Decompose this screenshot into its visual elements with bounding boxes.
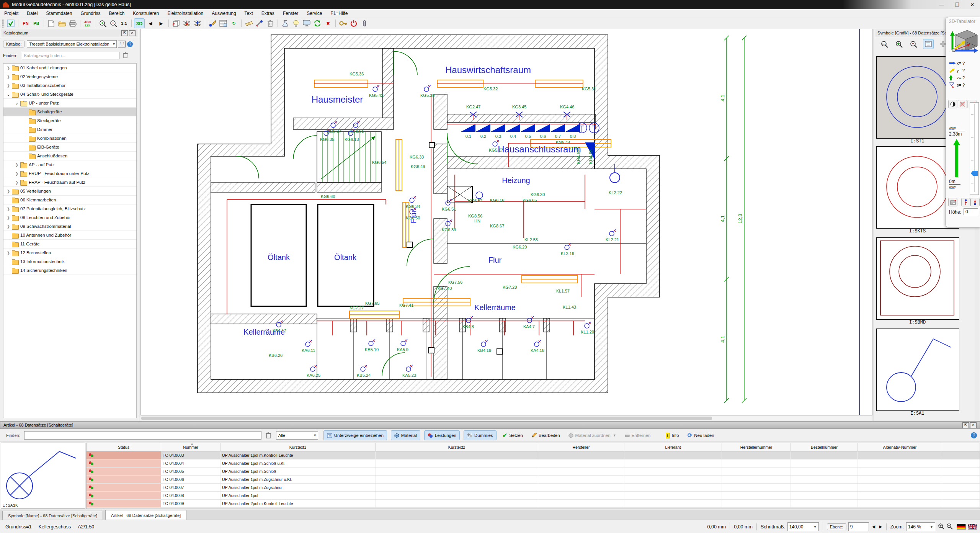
tree-item-02-verlegesysteme[interactable]: ❯02 Verlegesysteme [3,72,136,81]
articles-search-input[interactable] [24,431,261,440]
delete-icon[interactable] [265,19,275,28]
menu-item-grundriss[interactable]: Grundriss [76,11,105,16]
layer-insert-blue-icon[interactable] [193,19,203,28]
expand-icon[interactable]: ❯ [6,75,11,79]
unterzweige-toggle[interactable]: Unterzweige einbeziehen [323,430,387,440]
zoom-select[interactable]: 146 %▼ [906,522,935,531]
tree-item-dimmer[interactable]: Dimmer [3,125,136,134]
collapse-icon[interactable]: ⌄ [6,92,11,96]
tree-item-schaltgeräte[interactable]: Schaltgeräte [3,108,136,116]
print-icon[interactable] [68,19,78,28]
expand-icon[interactable]: ❯ [6,224,11,229]
clip-icon[interactable] [359,19,369,28]
ebene-button[interactable]: Ebene: [827,523,846,530]
entfernen-button[interactable]: Entfernen [622,431,653,440]
setzen-button[interactable]: ✔ Setzen [500,431,525,440]
symbol-item-i-sa1[interactable] [876,329,959,411]
hoehe-input[interactable]: 0 [964,208,978,215]
project-browse-icon[interactable]: PB [31,19,41,28]
doc-tab-artikel[interactable]: Artikel - 68 Datensätze [Schaltgeräte] [105,510,186,520]
reload-icon[interactable]: ↻ [229,19,239,28]
bearbeiten-button[interactable]: Bearbeiten [529,431,562,440]
expand-icon[interactable]: ❯ [6,207,11,211]
column-header-bestellnummer[interactable]: Bestellnummer [791,443,858,451]
column-header-lieferant[interactable]: Lieferant [624,443,722,451]
menu-item-auswertung[interactable]: Auswertung [207,11,240,16]
project-new-icon[interactable]: PN [21,19,31,28]
language-english-flag[interactable] [968,524,977,530]
help-icon[interactable]: ? [971,432,977,438]
back-icon[interactable]: ◀ [145,19,155,28]
zoom-out-icon[interactable] [946,523,953,531]
tree-item-07-potentialausgleich-blitzschutz[interactable]: ❯07 Potentialausgleich, Blitzschutz [3,204,136,213]
beaker-icon[interactable] [280,19,290,28]
maximize-button[interactable]: ❐ [949,2,965,8]
tree-item-05-verteilungen[interactable]: ❯05 Verteilungen [3,187,136,196]
close-panel-icon[interactable]: ✕ [129,30,136,36]
leistungen-toggle[interactable]: Leistungen [424,430,460,440]
text-numbers-icon[interactable]: ABC123 [83,19,93,28]
tree-item-09-schwachstrommaterial[interactable]: ❯09 Schwachstrommaterial [3,222,136,231]
column-header-herstellernummer[interactable]: Herstellernummer [722,443,791,451]
table-row[interactable]: TC-04.0008UP Ausschalter 1pol [87,492,980,500]
menu-item-datei[interactable]: Datei [23,11,42,16]
expand-icon[interactable]: ❯ [14,180,20,185]
menu-item-elektroinstallation[interactable]: Elektroinstallation [163,11,207,16]
confirm-icon[interactable] [6,19,16,28]
neu-laden-button[interactable]: ⟳ Neu laden [685,431,717,440]
slider-handle[interactable] [971,171,978,176]
hide-sphere-button[interactable] [958,100,967,108]
menu-item-extras[interactable]: Extras [257,11,279,16]
drawing-canvas[interactable]: HauswirtschaftsraumHausmeisterHausanschl… [140,29,872,415]
info-button[interactable]: i Info [663,431,681,440]
open-file-icon[interactable] [57,19,67,28]
sync-icon[interactable] [312,19,322,28]
bulb-icon[interactable] [291,19,301,28]
tree-item-08-leuchten-und-zubehör[interactable]: ❯08 Leuchten und Zubehör [3,213,136,222]
doc-tab-symbole[interactable]: Symbole [Name] - 68 Datensätze [Schaltge… [2,511,103,520]
new-file-icon[interactable] [46,19,56,28]
table-row[interactable]: TC-04.0007UP Ausschalter 1pol m.Zugschnu… [87,484,980,492]
zoom-in-icon[interactable] [98,19,108,28]
expand-icon[interactable]: ❯ [6,189,11,193]
expand-icon[interactable]: ❯ [6,66,11,70]
ebene-prev-button[interactable]: ◀ [872,524,875,529]
zoom-out-icon[interactable] [908,39,918,49]
close-panel-icon[interactable]: ✕ [970,422,977,428]
expand-icon[interactable]: ❯ [6,251,11,255]
zoom-in-icon[interactable] [894,39,904,49]
expand-icon[interactable]: ❯ [6,216,11,220]
tree-item-steckgeräte[interactable]: Steckgeräte [3,116,136,125]
clear-filter-icon[interactable] [265,432,271,439]
expand-icon[interactable]: ❯ [14,172,20,176]
menu-item-f1-hilfe[interactable]: F1=Hilfe [326,11,352,16]
expand-icon[interactable]: ❯ [6,83,11,88]
tree-item-01-kabel-und-leitungen[interactable]: ❯01 Kabel und Leitungen [3,64,136,72]
menu-item-bereich[interactable]: Bereich [105,11,129,16]
symbol-item-i-sbmd[interactable] [876,237,959,320]
float-panel-icon[interactable]: ⇱ [962,422,969,428]
filter-scope-select[interactable]: Alle ▼ [276,431,318,440]
layer-insert-red-icon[interactable] [182,19,192,28]
schrittmass-select[interactable]: 140,00▼ [787,522,819,531]
tree-item-up-unter-putz[interactable]: ⌄UP - unter Putz [3,99,136,108]
expand-icon[interactable]: ❯ [14,163,20,167]
table-row[interactable]: TC-04.0005UP Ausschalter 1pol m.Schloß [87,468,980,476]
table-row[interactable]: TC-04.0004UP Ausschalter 1pol m.Schloß u… [87,459,980,468]
language-german-flag[interactable] [957,524,966,530]
tree-item-11-geräte[interactable]: 11 Geräte [3,240,136,249]
forward-icon[interactable]: ▶ [156,19,166,28]
catalog-search-input[interactable]: Katalogzweig finden... [22,52,119,59]
katalog-button[interactable]: Katalog: [3,41,24,47]
material-zuordnen-button[interactable]: Material zuordnen ▼ [566,431,619,440]
render-sphere-button[interactable] [948,100,957,108]
ebene-next-button[interactable]: ▶ [879,524,882,529]
probe-icon[interactable] [255,19,265,28]
height-slider[interactable] [970,102,979,195]
collapse-icon[interactable]: ⌄ [14,101,20,105]
tree-item-anschlußdosen[interactable]: Anschlußdosen [3,152,136,160]
list-view-button[interactable] [923,39,934,49]
column-header-status[interactable]: Status [87,443,161,451]
katalog-select[interactable]: Treesoft Basisleistungen Elektroinstalla… [27,40,117,48]
column-header-kurztext1[interactable]: Kurztext1 [220,443,376,451]
